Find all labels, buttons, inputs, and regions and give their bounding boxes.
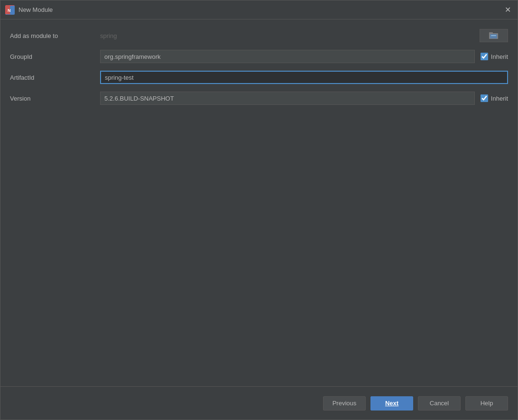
close-button[interactable]: ✕ xyxy=(502,5,513,15)
previous-button[interactable]: Previous xyxy=(323,396,366,411)
group-id-row: GroupId Inherit xyxy=(10,50,508,63)
folder-browse-button[interactable] xyxy=(480,29,508,42)
artifact-id-row: ArtifactId xyxy=(10,71,508,84)
app-icon: N xyxy=(5,5,15,15)
dialog-content: Add as module to spring GroupId Inherit xyxy=(0,19,518,386)
version-input[interactable] xyxy=(100,92,475,105)
version-label: Version xyxy=(10,95,100,102)
add-as-module-row: Add as module to spring xyxy=(10,29,508,42)
cancel-button[interactable]: Cancel xyxy=(418,396,461,411)
svg-rect-4 xyxy=(489,32,493,34)
content-spacer xyxy=(10,112,508,382)
dialog-title: New Module xyxy=(18,6,53,13)
folder-icon xyxy=(489,32,499,39)
new-module-dialog: N New Module ✕ Add as module to spring xyxy=(0,0,518,420)
add-as-module-label: Add as module to xyxy=(10,32,100,39)
group-id-inherit-section: Inherit xyxy=(481,53,508,60)
button-bar: Previous Next Cancel Help xyxy=(0,386,518,420)
help-button[interactable]: Help xyxy=(465,396,508,411)
group-id-label: GroupId xyxy=(10,53,100,60)
svg-rect-5 xyxy=(490,34,497,38)
title-bar-left: N New Module xyxy=(5,5,53,15)
module-to-value: spring xyxy=(100,32,480,39)
version-row: Version Inherit xyxy=(10,92,508,105)
version-inherit-checkbox[interactable] xyxy=(481,94,488,102)
next-button[interactable]: Next xyxy=(370,396,413,411)
artifact-id-label: ArtifactId xyxy=(10,74,100,81)
group-id-inherit-label: Inherit xyxy=(491,53,508,60)
group-id-inherit-checkbox[interactable] xyxy=(481,53,488,60)
module-value-area: spring xyxy=(100,32,480,39)
title-bar: N New Module ✕ xyxy=(0,0,518,19)
group-id-input[interactable] xyxy=(100,50,475,63)
version-inherit-section: Inherit xyxy=(481,94,508,102)
version-inherit-label: Inherit xyxy=(491,95,508,102)
artifact-id-input[interactable] xyxy=(100,71,508,84)
svg-rect-6 xyxy=(491,35,496,36)
svg-text:N: N xyxy=(8,8,11,13)
